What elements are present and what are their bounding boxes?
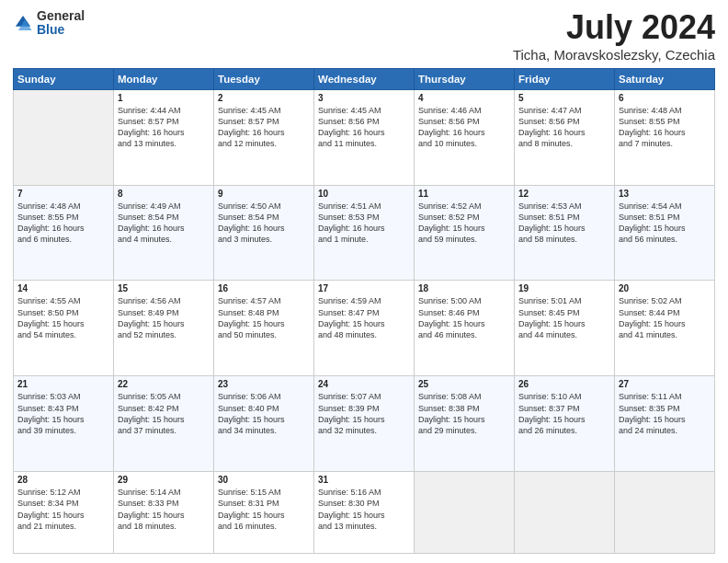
cell-info: Sunrise: 4:57 AM Sunset: 8:48 PM Dayligh…	[218, 295, 310, 340]
calendar-cell: 17Sunrise: 4:59 AM Sunset: 8:47 PM Dayli…	[314, 281, 415, 376]
calendar-cell: 9Sunrise: 4:50 AM Sunset: 8:54 PM Daylig…	[214, 185, 314, 281]
calendar-cell: 24Sunrise: 5:07 AM Sunset: 8:39 PM Dayli…	[314, 376, 415, 472]
cell-info: Sunrise: 4:46 AM Sunset: 8:56 PM Dayligh…	[418, 105, 510, 150]
main-title: July 2024	[513, 9, 715, 46]
calendar-cell: 13Sunrise: 4:54 AM Sunset: 8:51 PM Dayli…	[615, 185, 715, 281]
cell-info: Sunrise: 4:59 AM Sunset: 8:47 PM Dayligh…	[318, 295, 410, 340]
header-cell-thursday: Thursday	[415, 68, 515, 89]
calendar-cell: 26Sunrise: 5:10 AM Sunset: 8:37 PM Dayli…	[515, 376, 615, 472]
week-row-2: 7Sunrise: 4:48 AM Sunset: 8:55 PM Daylig…	[14, 185, 715, 281]
logo-general: General	[37, 9, 85, 23]
cell-info: Sunrise: 5:07 AM Sunset: 8:39 PM Dayligh…	[318, 391, 410, 436]
day-number: 26	[518, 379, 610, 389]
logo-text: General Blue	[37, 9, 85, 38]
calendar-cell: 15Sunrise: 4:56 AM Sunset: 8:49 PM Dayli…	[114, 281, 214, 376]
cell-info: Sunrise: 4:45 AM Sunset: 8:57 PM Dayligh…	[218, 105, 310, 150]
day-number: 25	[418, 379, 510, 389]
week-row-1: 1Sunrise: 4:44 AM Sunset: 8:57 PM Daylig…	[14, 89, 715, 185]
calendar-cell: 1Sunrise: 4:44 AM Sunset: 8:57 PM Daylig…	[114, 89, 214, 185]
header-cell-wednesday: Wednesday	[314, 68, 415, 89]
calendar-cell: 16Sunrise: 4:57 AM Sunset: 8:48 PM Dayli…	[214, 281, 314, 376]
cell-info: Sunrise: 5:05 AM Sunset: 8:42 PM Dayligh…	[118, 391, 210, 436]
calendar-cell: 25Sunrise: 5:08 AM Sunset: 8:38 PM Dayli…	[415, 376, 515, 472]
calendar-cell: 11Sunrise: 4:52 AM Sunset: 8:52 PM Dayli…	[415, 185, 515, 281]
cell-info: Sunrise: 4:50 AM Sunset: 8:54 PM Dayligh…	[218, 201, 310, 246]
day-number: 27	[619, 379, 711, 389]
day-number: 6	[619, 93, 711, 103]
cell-info: Sunrise: 5:11 AM Sunset: 8:35 PM Dayligh…	[619, 391, 711, 436]
cell-info: Sunrise: 5:01 AM Sunset: 8:45 PM Dayligh…	[518, 295, 610, 340]
calendar-cell: 6Sunrise: 4:48 AM Sunset: 8:55 PM Daylig…	[615, 89, 715, 185]
calendar: SundayMondayTuesdayWednesdayThursdayFrid…	[13, 68, 715, 554]
calendar-cell: 18Sunrise: 5:00 AM Sunset: 8:46 PM Dayli…	[415, 281, 515, 376]
page: General Blue July 2024 Ticha, Moravskosl…	[0, 0, 728, 563]
calendar-cell: 20Sunrise: 5:02 AM Sunset: 8:44 PM Dayli…	[615, 281, 715, 376]
day-number: 15	[118, 283, 210, 293]
cell-info: Sunrise: 4:51 AM Sunset: 8:53 PM Dayligh…	[318, 201, 410, 246]
header-cell-monday: Monday	[114, 68, 214, 89]
cell-info: Sunrise: 4:48 AM Sunset: 8:55 PM Dayligh…	[17, 201, 109, 246]
calendar-cell: 8Sunrise: 4:49 AM Sunset: 8:54 PM Daylig…	[114, 185, 214, 281]
calendar-cell: 12Sunrise: 4:53 AM Sunset: 8:51 PM Dayli…	[515, 185, 615, 281]
calendar-cell: 14Sunrise: 4:55 AM Sunset: 8:50 PM Dayli…	[14, 281, 114, 376]
cell-info: Sunrise: 5:03 AM Sunset: 8:43 PM Dayligh…	[17, 391, 109, 436]
calendar-cell: 29Sunrise: 5:14 AM Sunset: 8:33 PM Dayli…	[114, 472, 214, 554]
calendar-cell: 19Sunrise: 5:01 AM Sunset: 8:45 PM Dayli…	[515, 281, 615, 376]
logo-blue: Blue	[37, 23, 85, 37]
day-number: 11	[418, 189, 510, 199]
cell-info: Sunrise: 5:16 AM Sunset: 8:30 PM Dayligh…	[318, 487, 410, 532]
day-number: 28	[17, 475, 109, 485]
day-number: 24	[318, 379, 410, 389]
logo-icon	[13, 13, 33, 33]
day-number: 7	[17, 189, 109, 199]
day-number: 17	[318, 283, 410, 293]
calendar-cell: 22Sunrise: 5:05 AM Sunset: 8:42 PM Dayli…	[114, 376, 214, 472]
week-row-5: 28Sunrise: 5:12 AM Sunset: 8:34 PM Dayli…	[14, 472, 715, 554]
cell-info: Sunrise: 4:53 AM Sunset: 8:51 PM Dayligh…	[518, 201, 610, 246]
cell-info: Sunrise: 5:14 AM Sunset: 8:33 PM Dayligh…	[118, 487, 210, 532]
day-number: 21	[17, 379, 109, 389]
calendar-cell: 4Sunrise: 4:46 AM Sunset: 8:56 PM Daylig…	[415, 89, 515, 185]
calendar-cell: 2Sunrise: 4:45 AM Sunset: 8:57 PM Daylig…	[214, 89, 314, 185]
calendar-cell: 5Sunrise: 4:47 AM Sunset: 8:56 PM Daylig…	[515, 89, 615, 185]
day-number: 5	[518, 93, 610, 103]
cell-info: Sunrise: 4:56 AM Sunset: 8:49 PM Dayligh…	[118, 295, 210, 340]
cell-info: Sunrise: 5:15 AM Sunset: 8:31 PM Dayligh…	[218, 487, 310, 532]
header-cell-saturday: Saturday	[615, 68, 715, 89]
day-number: 14	[17, 283, 109, 293]
day-number: 9	[218, 189, 310, 199]
cell-info: Sunrise: 4:44 AM Sunset: 8:57 PM Dayligh…	[118, 105, 210, 150]
day-number: 20	[619, 283, 711, 293]
calendar-table: SundayMondayTuesdayWednesdayThursdayFrid…	[13, 68, 715, 554]
day-number: 1	[118, 93, 210, 103]
day-number: 30	[218, 475, 310, 485]
day-number: 13	[619, 189, 711, 199]
calendar-cell: 10Sunrise: 4:51 AM Sunset: 8:53 PM Dayli…	[314, 185, 415, 281]
calendar-cell: 30Sunrise: 5:15 AM Sunset: 8:31 PM Dayli…	[214, 472, 314, 554]
day-number: 23	[218, 379, 310, 389]
calendar-cell	[415, 472, 515, 554]
calendar-cell	[615, 472, 715, 554]
day-number: 4	[418, 93, 510, 103]
header-cell-sunday: Sunday	[14, 68, 114, 89]
cell-info: Sunrise: 4:54 AM Sunset: 8:51 PM Dayligh…	[619, 201, 711, 246]
week-row-3: 14Sunrise: 4:55 AM Sunset: 8:50 PM Dayli…	[14, 281, 715, 376]
day-number: 8	[118, 189, 210, 199]
day-number: 29	[118, 475, 210, 485]
subtitle: Ticha, Moravskoslezsky, Czechia	[513, 47, 715, 63]
cell-info: Sunrise: 5:12 AM Sunset: 8:34 PM Dayligh…	[17, 487, 109, 532]
cell-info: Sunrise: 4:48 AM Sunset: 8:55 PM Dayligh…	[619, 105, 711, 150]
calendar-cell: 31Sunrise: 5:16 AM Sunset: 8:30 PM Dayli…	[314, 472, 415, 554]
day-number: 2	[218, 93, 310, 103]
day-number: 22	[118, 379, 210, 389]
cell-info: Sunrise: 5:08 AM Sunset: 8:38 PM Dayligh…	[418, 391, 510, 436]
header-cell-friday: Friday	[515, 68, 615, 89]
calendar-cell	[14, 89, 114, 185]
day-number: 16	[218, 283, 310, 293]
header-row: SundayMondayTuesdayWednesdayThursdayFrid…	[14, 68, 715, 89]
cell-info: Sunrise: 4:49 AM Sunset: 8:54 PM Dayligh…	[118, 201, 210, 246]
calendar-cell: 27Sunrise: 5:11 AM Sunset: 8:35 PM Dayli…	[615, 376, 715, 472]
cell-info: Sunrise: 5:06 AM Sunset: 8:40 PM Dayligh…	[218, 391, 310, 436]
day-number: 10	[318, 189, 410, 199]
cell-info: Sunrise: 5:02 AM Sunset: 8:44 PM Dayligh…	[619, 295, 711, 340]
